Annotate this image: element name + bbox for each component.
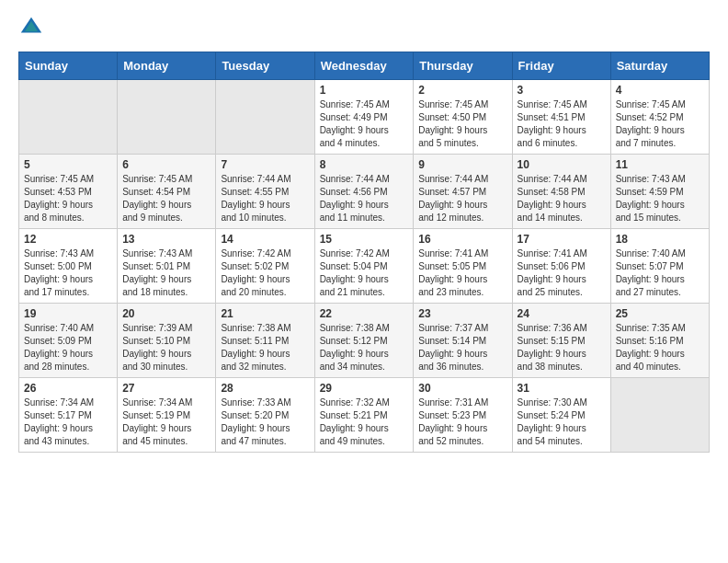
day-number: 10 (518, 158, 606, 171)
day-number: 5 (24, 158, 112, 171)
calendar-week-row: 19Sunrise: 7:40 AM Sunset: 5:09 PM Dayli… (19, 304, 710, 378)
day-number: 30 (418, 382, 506, 395)
day-number: 20 (122, 307, 210, 320)
day-info: Sunrise: 7:33 AM Sunset: 5:20 PM Dayligh… (221, 396, 309, 448)
day-number: 21 (221, 307, 309, 320)
day-info: Sunrise: 7:45 AM Sunset: 4:53 PM Dayligh… (24, 173, 112, 224)
calendar-cell: 28Sunrise: 7:33 AM Sunset: 5:20 PM Dayli… (216, 378, 314, 453)
day-info: Sunrise: 7:44 AM Sunset: 4:55 PM Dayligh… (221, 173, 309, 224)
day-number: 4 (616, 84, 704, 97)
calendar-cell: 14Sunrise: 7:42 AM Sunset: 5:02 PM Dayli… (216, 229, 314, 304)
day-info: Sunrise: 7:40 AM Sunset: 5:09 PM Dayligh… (24, 322, 112, 373)
page: SundayMondayTuesdayWednesdayThursdayFrid… (0, 0, 728, 471)
day-info: Sunrise: 7:31 AM Sunset: 5:23 PM Dayligh… (418, 396, 506, 448)
calendar-cell: 19Sunrise: 7:40 AM Sunset: 5:09 PM Dayli… (19, 304, 118, 378)
calendar-cell: 10Sunrise: 7:44 AM Sunset: 4:58 PM Dayli… (512, 155, 610, 229)
calendar-cell: 6Sunrise: 7:45 AM Sunset: 4:54 PM Daylig… (118, 155, 216, 229)
day-info: Sunrise: 7:44 AM Sunset: 4:58 PM Dayligh… (518, 173, 606, 224)
day-info: Sunrise: 7:40 AM Sunset: 5:07 PM Dayligh… (616, 247, 704, 299)
day-info: Sunrise: 7:39 AM Sunset: 5:10 PM Dayligh… (122, 322, 210, 373)
day-info: Sunrise: 7:45 AM Sunset: 4:51 PM Dayligh… (518, 98, 606, 150)
calendar-cell: 24Sunrise: 7:36 AM Sunset: 5:15 PM Dayli… (512, 304, 610, 378)
calendar-cell: 17Sunrise: 7:41 AM Sunset: 5:06 PM Dayli… (512, 229, 610, 304)
calendar-cell: 27Sunrise: 7:34 AM Sunset: 5:19 PM Dayli… (118, 378, 216, 453)
day-number: 17 (518, 233, 606, 246)
calendar-cell (118, 80, 216, 155)
calendar-cell (610, 378, 709, 453)
day-info: Sunrise: 7:45 AM Sunset: 4:50 PM Dayligh… (418, 98, 506, 150)
day-number: 31 (518, 382, 606, 395)
weekday-header-row: SundayMondayTuesdayWednesdayThursdayFrid… (19, 52, 710, 80)
calendar-cell: 5Sunrise: 7:45 AM Sunset: 4:53 PM Daylig… (19, 155, 118, 229)
day-info: Sunrise: 7:42 AM Sunset: 5:02 PM Dayligh… (221, 247, 309, 299)
calendar-cell: 20Sunrise: 7:39 AM Sunset: 5:10 PM Dayli… (118, 304, 216, 378)
day-number: 15 (320, 233, 409, 246)
day-info: Sunrise: 7:34 AM Sunset: 5:19 PM Dayligh… (122, 396, 210, 448)
day-number: 24 (518, 307, 606, 320)
day-number: 2 (418, 84, 506, 97)
day-info: Sunrise: 7:30 AM Sunset: 5:24 PM Dayligh… (518, 396, 606, 448)
day-number: 3 (518, 84, 606, 97)
calendar-cell: 31Sunrise: 7:30 AM Sunset: 5:24 PM Dayli… (512, 378, 610, 453)
calendar-cell: 21Sunrise: 7:38 AM Sunset: 5:11 PM Dayli… (216, 304, 314, 378)
day-info: Sunrise: 7:35 AM Sunset: 5:16 PM Dayligh… (616, 322, 704, 373)
day-info: Sunrise: 7:37 AM Sunset: 5:14 PM Dayligh… (418, 322, 506, 373)
calendar-cell: 12Sunrise: 7:43 AM Sunset: 5:00 PM Dayli… (19, 229, 118, 304)
calendar-cell: 18Sunrise: 7:40 AM Sunset: 5:07 PM Dayli… (610, 229, 709, 304)
calendar-week-row: 1Sunrise: 7:45 AM Sunset: 4:49 PM Daylig… (19, 80, 710, 155)
day-number: 25 (616, 307, 704, 320)
calendar-cell: 16Sunrise: 7:41 AM Sunset: 5:05 PM Dayli… (414, 229, 512, 304)
calendar-cell: 13Sunrise: 7:43 AM Sunset: 5:01 PM Dayli… (118, 229, 216, 304)
calendar-table: SundayMondayTuesdayWednesdayThursdayFrid… (18, 52, 710, 453)
weekday-header-sunday: Sunday (19, 52, 118, 80)
calendar-cell: 29Sunrise: 7:32 AM Sunset: 5:21 PM Dayli… (314, 378, 414, 453)
day-info: Sunrise: 7:32 AM Sunset: 5:21 PM Dayligh… (320, 396, 409, 448)
calendar-cell: 26Sunrise: 7:34 AM Sunset: 5:17 PM Dayli… (19, 378, 118, 453)
day-number: 23 (418, 307, 506, 320)
day-info: Sunrise: 7:34 AM Sunset: 5:17 PM Dayligh… (24, 396, 112, 448)
day-number: 13 (122, 233, 210, 246)
day-number: 14 (221, 233, 309, 246)
logo (18, 15, 46, 40)
calendar-cell: 11Sunrise: 7:43 AM Sunset: 4:59 PM Dayli… (610, 155, 709, 229)
header (18, 15, 710, 40)
day-number: 11 (616, 158, 704, 171)
day-info: Sunrise: 7:45 AM Sunset: 4:49 PM Dayligh… (320, 98, 409, 150)
calendar-cell: 7Sunrise: 7:44 AM Sunset: 4:55 PM Daylig… (216, 155, 314, 229)
day-info: Sunrise: 7:45 AM Sunset: 4:52 PM Dayligh… (616, 98, 704, 150)
day-info: Sunrise: 7:36 AM Sunset: 5:15 PM Dayligh… (518, 322, 606, 373)
calendar-cell (19, 80, 118, 155)
weekday-header-thursday: Thursday (414, 52, 512, 80)
day-info: Sunrise: 7:44 AM Sunset: 4:57 PM Dayligh… (418, 173, 506, 224)
calendar-cell: 3Sunrise: 7:45 AM Sunset: 4:51 PM Daylig… (512, 80, 610, 155)
day-number: 9 (418, 158, 506, 171)
calendar-cell: 9Sunrise: 7:44 AM Sunset: 4:57 PM Daylig… (414, 155, 512, 229)
day-number: 16 (418, 233, 506, 246)
day-number: 19 (24, 307, 112, 320)
day-number: 18 (616, 233, 704, 246)
day-info: Sunrise: 7:41 AM Sunset: 5:05 PM Dayligh… (418, 247, 506, 299)
day-info: Sunrise: 7:43 AM Sunset: 5:01 PM Dayligh… (122, 247, 210, 299)
weekday-header-saturday: Saturday (610, 52, 709, 80)
calendar-cell (216, 80, 314, 155)
logo-icon (18, 15, 44, 40)
calendar-cell: 2Sunrise: 7:45 AM Sunset: 4:50 PM Daylig… (414, 80, 512, 155)
day-number: 6 (122, 158, 210, 171)
day-number: 1 (320, 84, 409, 97)
calendar-cell: 15Sunrise: 7:42 AM Sunset: 5:04 PM Dayli… (314, 229, 414, 304)
calendar-cell: 22Sunrise: 7:38 AM Sunset: 5:12 PM Dayli… (314, 304, 414, 378)
calendar-week-row: 5Sunrise: 7:45 AM Sunset: 4:53 PM Daylig… (19, 155, 710, 229)
day-info: Sunrise: 7:45 AM Sunset: 4:54 PM Dayligh… (122, 173, 210, 224)
calendar-cell: 4Sunrise: 7:45 AM Sunset: 4:52 PM Daylig… (610, 80, 709, 155)
weekday-header-friday: Friday (512, 52, 610, 80)
day-info: Sunrise: 7:41 AM Sunset: 5:06 PM Dayligh… (518, 247, 606, 299)
day-number: 29 (320, 382, 409, 395)
weekday-header-wednesday: Wednesday (314, 52, 414, 80)
day-number: 8 (320, 158, 409, 171)
weekday-header-tuesday: Tuesday (216, 52, 314, 80)
calendar-cell: 1Sunrise: 7:45 AM Sunset: 4:49 PM Daylig… (314, 80, 414, 155)
calendar-cell: 30Sunrise: 7:31 AM Sunset: 5:23 PM Dayli… (414, 378, 512, 453)
day-number: 27 (122, 382, 210, 395)
day-info: Sunrise: 7:43 AM Sunset: 4:59 PM Dayligh… (616, 173, 704, 224)
day-info: Sunrise: 7:42 AM Sunset: 5:04 PM Dayligh… (320, 247, 409, 299)
